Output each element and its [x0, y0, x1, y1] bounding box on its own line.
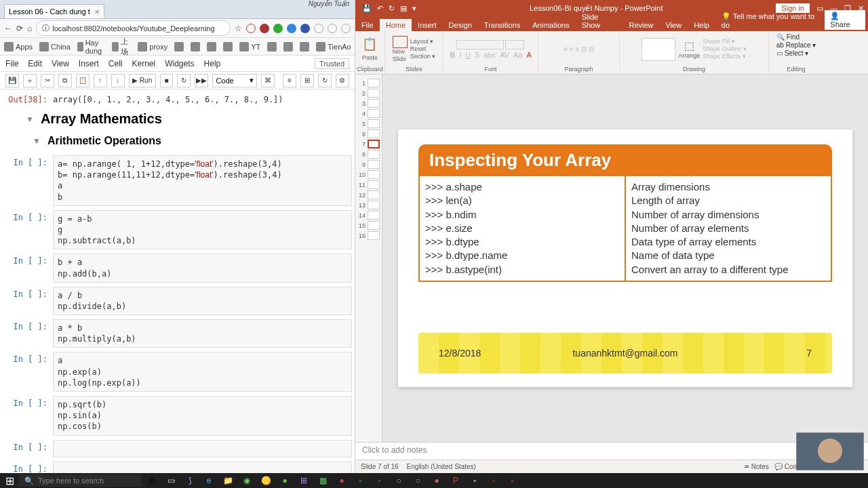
ribbon-tab[interactable]: Home: [380, 19, 412, 31]
stop-icon[interactable]: ■: [160, 74, 174, 87]
slide-thumbnail[interactable]: 13: [357, 201, 380, 209]
cell-code[interactable]: a / b np.divide(a,b): [53, 287, 352, 315]
menu-item[interactable]: Edit: [28, 59, 42, 68]
bookmark-item[interactable]: YT: [239, 42, 260, 52]
taskbar-app-icon[interactable]: ▫: [372, 474, 388, 487]
collapse-icon[interactable]: ▼: [33, 136, 41, 146]
code-cell[interactable]: In [ ]:g = a-b g np.subtract(a,b): [5, 210, 352, 250]
run-button[interactable]: ▶ Run: [129, 74, 156, 87]
taskbar-app-icon[interactable]: ▫: [505, 474, 521, 487]
taskbar-app-icon[interactable]: ◉: [239, 474, 255, 487]
paste-icon[interactable]: 📋: [76, 74, 90, 87]
bookmark-item[interactable]: [283, 42, 293, 52]
save-icon[interactable]: 💾: [362, 4, 372, 13]
slide-thumbnail[interactable]: 11: [357, 180, 380, 189]
slide-thumbnail[interactable]: 12: [357, 190, 380, 199]
edge-icon[interactable]: e: [201, 474, 217, 487]
reset-button[interactable]: Reset: [410, 45, 436, 53]
ribbon-tab[interactable]: Insert: [412, 19, 443, 31]
taskbar-app-icon[interactable]: ⊞: [296, 474, 312, 487]
copy-icon[interactable]: ⧉: [58, 74, 72, 87]
browser-tab[interactable]: Lesson 06 - Cach dung t ✕: [4, 4, 104, 18]
taskbar-app-icon[interactable]: ●: [277, 474, 293, 487]
bookmark-item[interactable]: 上场: [112, 37, 131, 57]
ribbon-tab[interactable]: File: [355, 19, 380, 31]
save-icon[interactable]: 💾: [5, 74, 19, 87]
back-icon[interactable]: ←: [4, 24, 12, 33]
taskbar-app-icon[interactable]: ▫: [486, 474, 502, 487]
tell-me-input[interactable]: 💡 Tell me what you want to do: [715, 10, 825, 31]
restart-icon[interactable]: ↻: [177, 74, 191, 87]
bookmark-item[interactable]: [300, 42, 309, 52]
collapse-icon[interactable]: ▼: [26, 115, 34, 124]
shape-effects-button[interactable]: Shape Effects ▾: [703, 53, 747, 60]
slide-thumbnail[interactable]: 5: [357, 119, 380, 128]
home-icon[interactable]: ⌂: [27, 24, 32, 33]
cell-code[interactable]: b + a np.add(b,a): [53, 253, 352, 282]
toolbar-icon[interactable]: ↻: [318, 74, 332, 87]
undo-icon[interactable]: ↶: [377, 4, 383, 13]
command-palette-icon[interactable]: ⌘: [261, 74, 275, 87]
notes-pane[interactable]: Click to add notes: [355, 442, 868, 460]
toolbar-icon[interactable]: ≡: [283, 74, 296, 87]
slide-thumbnail[interactable]: 14: [357, 211, 380, 220]
arrange-button[interactable]: Arrange: [678, 52, 700, 60]
bookmark-item[interactable]: [174, 42, 184, 52]
select-button[interactable]: ▭Select ▾: [776, 49, 816, 57]
star-icon[interactable]: ☆: [235, 24, 242, 33]
code-cell[interactable]: In [ ]:np.sqrt(b) np.sin(a) np.cos(b): [5, 396, 352, 436]
cell-code[interactable]: [53, 440, 352, 458]
close-icon[interactable]: ✕: [94, 8, 100, 16]
taskbar-app-icon[interactable]: ▦: [315, 474, 331, 487]
slide-thumbnail[interactable]: 1: [357, 79, 380, 87]
shapes-gallery[interactable]: [642, 38, 675, 61]
taskbar-app-icon[interactable]: ▫: [353, 474, 369, 487]
find-button[interactable]: 🔍Find: [776, 33, 816, 41]
cut-icon[interactable]: ✂: [41, 74, 54, 87]
url-input[interactable]: ⓘ localhost:8802/notebooks/Youtube_Deepl…: [36, 20, 231, 36]
reload-icon[interactable]: ⟳: [16, 24, 23, 33]
ribbon-tab[interactable]: Transitions: [478, 19, 526, 31]
ribbon-tab[interactable]: Slide Show: [576, 11, 623, 31]
taskbar-app-icon[interactable]: ⟆: [182, 474, 198, 487]
menu-item[interactable]: File: [5, 59, 18, 68]
menu-item[interactable]: Widgets: [165, 59, 194, 68]
notes-toggle[interactable]: ≐ Notes: [744, 463, 769, 470]
bookmark-item[interactable]: [267, 42, 277, 52]
menu-item[interactable]: Cell: [108, 59, 123, 68]
ext-icon[interactable]: [273, 24, 283, 33]
shape-outline-button[interactable]: Shape Outline ▾: [703, 45, 747, 53]
paste-icon[interactable]: 📋: [362, 37, 377, 52]
section-button[interactable]: Section ▾: [410, 53, 436, 60]
ribbon-tab[interactable]: Animations: [526, 19, 575, 31]
powerpoint-icon[interactable]: P: [448, 474, 464, 487]
cell-code[interactable]: g = a-b g np.subtract(a,b): [53, 210, 352, 250]
taskbar-app-icon[interactable]: ●: [334, 474, 350, 487]
code-cell[interactable]: In [ ]:a * b np.multiply(a,b): [5, 319, 352, 348]
slide-thumbnail[interactable]: 6: [357, 129, 380, 138]
ext-icon[interactable]: [341, 24, 351, 33]
menu-item[interactable]: Help: [204, 59, 221, 68]
slide[interactable]: Inspecting Your Array >>> a.shape>>> len…: [398, 129, 852, 387]
taskbar-app-icon[interactable]: ○: [391, 474, 407, 487]
slide-thumbnail[interactable]: 16: [357, 231, 380, 240]
add-cell-icon[interactable]: ＋: [23, 74, 37, 87]
ext-icon[interactable]: [260, 24, 269, 33]
task-view-icon[interactable]: ⧉: [144, 474, 160, 487]
slide-thumbnail[interactable]: 15: [357, 221, 380, 230]
start-slideshow-icon[interactable]: ▤: [400, 4, 407, 13]
taskbar-app-icon[interactable]: ○: [410, 474, 426, 487]
toolbar-icon[interactable]: ⚙: [336, 74, 349, 87]
cell-code[interactable]: np.sqrt(b) np.sin(a) np.cos(b): [53, 396, 352, 436]
code-cell[interactable]: In [ ]:a / b np.divide(a,b): [5, 287, 352, 315]
shape-fill-button[interactable]: Shape Fill ▾: [703, 38, 747, 45]
bookmark-item[interactable]: proxy: [138, 42, 167, 52]
bookmark-item[interactable]: Hay dung: [77, 39, 105, 55]
slide-thumbnail[interactable]: 10: [357, 170, 380, 179]
slide-thumbnail[interactable]: 2: [357, 89, 380, 98]
code-cell[interactable]: In [ ]:a= np.arange( 1, 1+12,dtype='floa…: [5, 155, 352, 206]
code-cell[interactable]: In [ ]:: [5, 440, 352, 458]
menu-item[interactable]: View: [52, 59, 69, 68]
ribbon-tab[interactable]: Review: [623, 19, 659, 31]
slide-thumbnail[interactable]: 3: [357, 99, 380, 108]
